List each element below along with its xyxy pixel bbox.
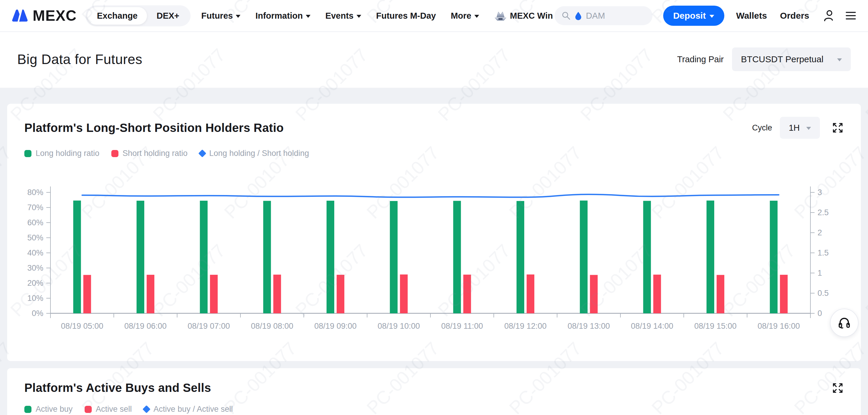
card1-title: Platform's Long-Short Position Holders R…	[24, 121, 284, 135]
expand-icon	[832, 382, 844, 394]
svg-text:08/19 11:00: 08/19 11:00	[441, 322, 483, 331]
trading-pair-group: Trading Pair BTCUSDT Perpetual	[677, 47, 851, 71]
legend-short-holding[interactable]: Short holding ratio	[111, 149, 188, 158]
svg-text:40%: 40%	[27, 248, 43, 257]
svg-text:30%: 30%	[27, 264, 43, 272]
nav-information[interactable]: Information	[255, 11, 311, 21]
search-placeholder: DAM	[586, 11, 605, 21]
svg-text:08/19 07:00: 08/19 07:00	[188, 322, 230, 331]
legend-ratio-line[interactable]: Long holding / Short holding	[199, 149, 309, 158]
logo-wordmark: MEXC	[33, 7, 76, 24]
legend-long-holding[interactable]: Long holding ratio	[24, 149, 99, 158]
token-drop-icon	[575, 11, 582, 20]
cycle-select[interactable]: 1H	[780, 117, 820, 139]
chevron-down-icon	[806, 127, 811, 130]
legend-buy-sell-ratio[interactable]: Active buy / Active sell	[144, 405, 233, 414]
svg-text:80%: 80%	[27, 188, 43, 197]
top-navbar: MEXC Exchange DEX+ Futures Information E…	[0, 0, 868, 32]
mexc-logo[interactable]: MEXC	[11, 7, 76, 24]
svg-text:08/19 06:00: 08/19 06:00	[124, 322, 167, 331]
trading-pair-value: BTCUSDT Perpetual	[741, 54, 824, 64]
chevron-down-icon	[837, 59, 842, 61]
svg-text:08/19 15:00: 08/19 15:00	[694, 322, 737, 331]
legend-active-buy[interactable]: Active buy	[24, 405, 73, 414]
user-icon	[822, 9, 835, 22]
wallets-link[interactable]: Wallets	[736, 11, 767, 21]
nav-futures[interactable]: Futures	[201, 11, 241, 21]
toggle-exchange[interactable]: Exchange	[87, 7, 147, 25]
trading-pair-select[interactable]: BTCUSDT Perpetual	[732, 47, 851, 71]
chevron-down-icon	[474, 15, 479, 18]
headset-icon	[837, 316, 851, 330]
legend-swatch-blue-diamond	[198, 149, 206, 158]
svg-text:70%: 70%	[27, 203, 43, 212]
svg-text:3: 3	[817, 188, 822, 197]
deposit-button[interactable]: Deposit	[663, 6, 724, 26]
mexc-win-crown-icon	[494, 9, 507, 22]
svg-text:08/19 16:00: 08/19 16:00	[757, 322, 800, 331]
long-short-ratio-chart[interactable]: 0%10%20%30%40%50%60%70%80%00.511.522.530…	[17, 166, 851, 341]
svg-text:08/19 05:00: 08/19 05:00	[61, 322, 103, 331]
exchange-dex-toggle: Exchange DEX+	[86, 5, 191, 26]
cycle-label: Cycle	[752, 123, 772, 133]
chevron-down-icon	[236, 15, 241, 18]
svg-text:0: 0	[817, 309, 822, 318]
svg-text:1: 1	[817, 269, 822, 277]
svg-text:2.5: 2.5	[817, 208, 829, 217]
svg-text:08/19 12:00: 08/19 12:00	[504, 322, 547, 331]
svg-text:0.5: 0.5	[817, 289, 829, 298]
svg-text:08/19 09:00: 08/19 09:00	[314, 322, 357, 331]
fullscreen-button[interactable]	[832, 382, 844, 394]
card2-legend: Active buy Active sell Active buy / Acti…	[24, 405, 851, 414]
menu-button[interactable]	[845, 11, 857, 21]
main-nav: Futures Information Events Futures M-Day…	[201, 9, 553, 22]
nav-more[interactable]: More	[451, 11, 479, 21]
long-short-ratio-card: Platform's Long-Short Position Holders R…	[7, 104, 861, 361]
nav-futures-mday[interactable]: Futures M-Day	[376, 11, 436, 21]
cycle-value: 1H	[789, 123, 800, 133]
toggle-dex[interactable]: DEX+	[147, 7, 189, 25]
search-input[interactable]: DAM	[555, 6, 652, 25]
svg-text:2: 2	[817, 228, 822, 237]
legend-swatch-green	[24, 406, 31, 413]
page-header: Big Data for Futures Trading Pair BTCUSD…	[0, 32, 868, 88]
account-button[interactable]	[822, 9, 835, 22]
legend-swatch-red	[111, 150, 119, 157]
svg-text:20%: 20%	[27, 279, 43, 287]
card2-title: Platform's Active Buys and Sells	[24, 381, 211, 394]
nav-mexc-win[interactable]: MEXC Win	[494, 9, 553, 22]
legend-swatch-red	[85, 406, 92, 413]
svg-text:08/19 08:00: 08/19 08:00	[251, 322, 293, 331]
hamburger-icon	[845, 11, 857, 21]
chevron-down-icon	[710, 15, 714, 18]
orders-link[interactable]: Orders	[780, 11, 809, 21]
svg-text:0%: 0%	[32, 309, 43, 318]
fullscreen-button[interactable]	[832, 122, 844, 134]
trading-pair-label: Trading Pair	[677, 55, 724, 64]
page-title: Big Data for Futures	[17, 51, 143, 67]
svg-text:50%: 50%	[27, 233, 43, 242]
expand-icon	[832, 122, 844, 134]
legend-swatch-green	[24, 150, 31, 157]
content-area: Platform's Long-Short Position Holders R…	[0, 88, 868, 415]
card1-legend: Long holding ratio Short holding ratio L…	[24, 149, 851, 158]
chevron-down-icon	[356, 15, 361, 18]
svg-text:08/19 13:00: 08/19 13:00	[567, 322, 610, 331]
active-buys-sells-card: Platform's Active Buys and Sells	[7, 368, 861, 415]
legend-active-sell[interactable]: Active sell	[85, 405, 132, 414]
legend-swatch-blue-diamond	[143, 405, 151, 413]
svg-text:08/19 14:00: 08/19 14:00	[631, 322, 673, 331]
svg-text:60%: 60%	[27, 218, 43, 227]
support-button[interactable]	[830, 309, 859, 337]
mexc-logo-icon	[11, 8, 29, 24]
search-icon	[562, 11, 570, 20]
nav-events[interactable]: Events	[326, 11, 361, 21]
svg-text:08/19 10:00: 08/19 10:00	[378, 322, 420, 331]
svg-text:10%: 10%	[27, 294, 43, 303]
svg-text:1.5: 1.5	[817, 248, 829, 257]
chevron-down-icon	[306, 15, 311, 18]
